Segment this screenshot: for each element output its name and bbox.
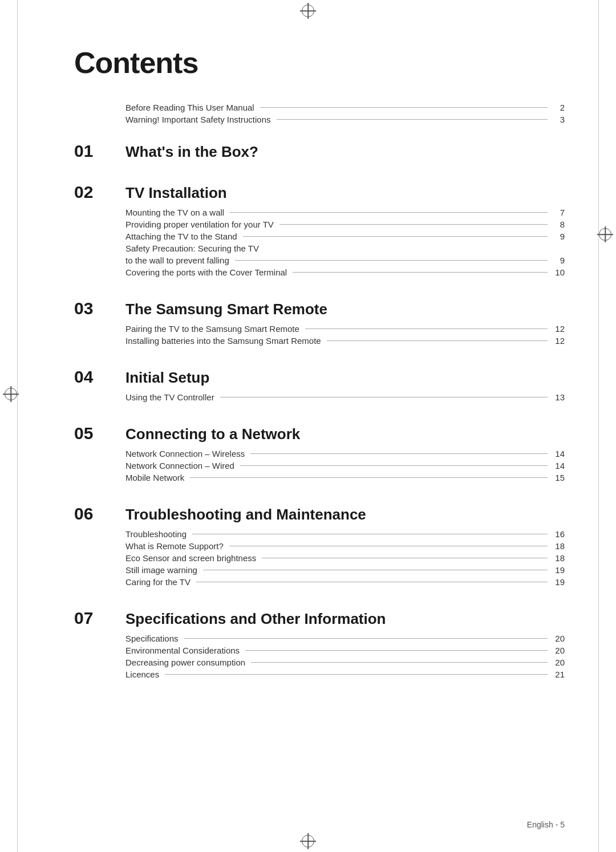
toc-page: 20 [553, 634, 565, 643]
toc-entry: Using the TV Controller 13 [74, 392, 565, 402]
border-left [17, 0, 18, 852]
toc-dots [277, 119, 548, 120]
toc-dots [243, 236, 548, 237]
toc-entry: What is Remote Support? 18 [74, 541, 565, 551]
toc-dots [250, 453, 548, 454]
section-title: The Samsung Smart Remote [125, 301, 327, 318]
section-number: 03 [74, 299, 125, 318]
section-title: Connecting to a Network [125, 425, 300, 443]
toc-page: 19 [553, 565, 565, 575]
toc-section: 02 TV Installation Mounting the TV on a … [74, 182, 565, 277]
toc-label: Using the TV Controller [125, 392, 214, 402]
toc-page: 14 [553, 461, 565, 470]
toc-page: 2 [553, 103, 565, 112]
toc-page: 13 [553, 392, 565, 402]
toc-entry: Warning! Important Safety Instructions 3 [74, 115, 565, 124]
toc-entry: Network Connection – Wired 14 [74, 461, 565, 470]
toc-page: 18 [553, 541, 565, 551]
toc-entry: Caring for the TV 19 [74, 577, 565, 587]
main-content: Contents Before Reading This User Manual… [74, 46, 565, 806]
toc-label: Warning! Important Safety Instructions [125, 115, 271, 124]
toc-dots [305, 328, 548, 329]
toc-label: Attaching the TV to the Stand [125, 232, 237, 241]
toc-dots [327, 340, 548, 341]
border-right [598, 0, 599, 852]
toc-page: 10 [553, 267, 565, 277]
toc-dots [190, 477, 548, 478]
page-title: Contents [74, 46, 565, 80]
toc-label: Caring for the TV [125, 577, 191, 587]
toc-dots [245, 650, 548, 651]
toc-entry: Providing proper ventilation for your TV… [74, 220, 565, 229]
toc-section: 01 What's in the Box? [74, 141, 565, 161]
toc-page: 15 [553, 473, 565, 482]
toc-page: 20 [553, 646, 565, 655]
section-title: What's in the Box? [125, 143, 258, 161]
toc-label: Covering the ports with the Cover Termin… [125, 267, 287, 277]
section-number: 02 [74, 182, 125, 202]
toc-dots [196, 582, 548, 582]
section-header: 07 Specifications and Other Information [74, 608, 565, 628]
toc-dots [192, 534, 548, 534]
toc-dots [203, 570, 548, 570]
toc-entry: Mobile Network 15 [74, 473, 565, 482]
toc-dots [220, 397, 548, 397]
toc-label: Eco Sensor and screen brightness [125, 553, 256, 563]
toc-dots [260, 107, 548, 108]
toc-page: 9 [553, 255, 565, 265]
toc-entry: Attaching the TV to the Stand 9 [74, 232, 565, 241]
reg-mark-top [302, 5, 314, 17]
section-title: Specifications and Other Information [125, 610, 386, 628]
toc-label: Still image warning [125, 565, 197, 575]
toc-entry: Licences 21 [74, 670, 565, 679]
toc-label: Providing proper ventilation for your TV [125, 220, 274, 229]
toc-page: 16 [553, 529, 565, 539]
toc-entry: Mounting the TV on a wall 7 [74, 208, 565, 217]
toc-label: Mobile Network [125, 473, 184, 482]
section-header: 06 Troubleshooting and Maintenance [74, 504, 565, 524]
toc-label: Mounting the TV on a wall [125, 208, 224, 217]
toc-label: Safety Precaution: Securing the TV [125, 244, 259, 253]
toc-label: Specifications [125, 634, 179, 643]
toc-entry: Decreasing power consumption 20 [74, 658, 565, 667]
toc-page: 21 [553, 670, 565, 679]
section-header: 03 The Samsung Smart Remote [74, 299, 565, 318]
toc-page: 19 [553, 577, 565, 587]
footer: English - 5 [527, 820, 565, 829]
toc-page: 7 [553, 208, 565, 217]
toc-section: 07 Specifications and Other Information … [74, 608, 565, 679]
reg-mark-bottom [302, 835, 314, 847]
toc-page: 8 [553, 220, 565, 229]
toc-dots [240, 465, 548, 466]
toc-label: Troubleshooting [125, 529, 187, 539]
toc-page: 18 [553, 553, 565, 563]
toc-label: Environmental Considerations [125, 646, 240, 655]
toc-dots [184, 638, 548, 639]
toc-entry: Before Reading This User Manual 2 [74, 103, 565, 112]
toc-label: Network Connection – Wired [125, 461, 234, 470]
toc-dots [165, 674, 548, 675]
toc-label: Licences [125, 670, 159, 679]
section-number: 05 [74, 424, 125, 443]
toc-section: 03 The Samsung Smart Remote Pairing the … [74, 299, 565, 346]
toc-dots [229, 546, 548, 546]
section-title: Initial Setup [125, 369, 209, 387]
toc-label: Before Reading This User Manual [125, 103, 254, 112]
reg-mark-right-top [599, 228, 611, 241]
section-number: 01 [74, 141, 125, 161]
toc-entry: Specifications 20 [74, 634, 565, 643]
toc-entry: Troubleshooting 16 [74, 529, 565, 539]
toc-prelim: Before Reading This User Manual 2 Warnin… [74, 103, 565, 124]
section-number: 06 [74, 504, 125, 524]
section-header: 02 TV Installation [74, 182, 565, 202]
toc-page: 12 [553, 336, 565, 346]
reg-mark-left-mid [5, 388, 17, 400]
toc-dots [293, 272, 548, 273]
toc-page: 14 [553, 449, 565, 459]
toc-section: 04 Initial Setup Using the TV Controller… [74, 367, 565, 402]
toc-dots [235, 260, 548, 261]
toc-entry: Eco Sensor and screen brightness 18 [74, 553, 565, 563]
toc-label: Decreasing power consumption [125, 658, 245, 667]
section-title: Troubleshooting and Maintenance [125, 506, 366, 524]
toc-dots [251, 662, 548, 663]
